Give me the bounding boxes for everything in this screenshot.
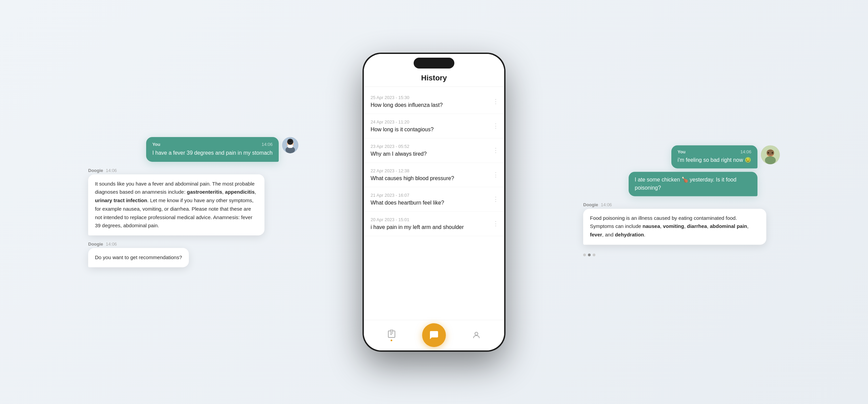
nav-dot	[391, 340, 392, 341]
left-bot-name-1: Doogie	[88, 168, 103, 173]
dot-1	[583, 253, 586, 256]
history-item-text: What causes high blood pressure?	[371, 175, 497, 181]
right-bot-time: 14:06	[601, 202, 612, 207]
svg-point-16	[772, 152, 773, 153]
history-item[interactable]: 24 Apr 2023 - 11:20 How long is it conta…	[364, 114, 504, 138]
svg-point-13	[765, 156, 776, 164]
right-bot-bubble-content: Food poisoning is an illness caused by e…	[583, 209, 766, 245]
history-item[interactable]: 22 Apr 2023 - 12:38 What causes high blo…	[364, 163, 504, 187]
right-user-row: You 14:06 i'm feeling so bad right now 🤢…	[583, 145, 780, 196]
right-user-text-1: i'm feeling so bad right now 🤢	[677, 156, 751, 164]
dots-icon[interactable]: ⋮	[493, 220, 499, 227]
dot-2	[588, 253, 591, 256]
left-bot-bubble-1: Doogie 14:06 It sounds like you have a f…	[88, 168, 298, 235]
left-user-time: 14:06	[261, 141, 273, 147]
left-bot-time-1: 14:06	[106, 168, 117, 173]
history-item[interactable]: 20 Apr 2023 - 15:01 i have pain in my le…	[364, 212, 504, 236]
history-item-text: What does heartburn feel like?	[371, 200, 497, 206]
bottom-nav	[364, 320, 504, 350]
right-bot-bubble: Doogie 14:06 Food poisoning is an illnes…	[583, 202, 780, 245]
scene: You 14:06 I have a fever 39 degrees and …	[61, 24, 807, 380]
nav-profile[interactable]	[472, 331, 481, 340]
right-user-messages: You 14:06 i'm feeling so bad right now 🤢…	[629, 145, 757, 196]
svg-point-15	[768, 152, 769, 153]
history-item[interactable]: 25 Apr 2023 - 15:30 How long does influe…	[364, 90, 504, 114]
history-item[interactable]: 23 Apr 2023 - 05:52 Why am I always tire…	[364, 138, 504, 163]
left-bot-name-2: Doogie	[88, 242, 103, 247]
svg-rect-6	[289, 140, 292, 141]
history-item-text: How long does influenza last?	[371, 102, 497, 108]
history-item-date: 22 Apr 2023 - 12:38	[371, 168, 497, 173]
left-user-bubble: You 14:06 I have a fever 39 degrees and …	[88, 137, 298, 161]
phone-inner: History 25 Apr 2023 - 15:30 How long doe…	[364, 54, 504, 350]
history-item-date: 20 Apr 2023 - 15:01	[371, 217, 497, 222]
dot-3	[593, 253, 595, 256]
history-item-date: 21 Apr 2023 - 16:07	[371, 193, 497, 198]
left-bot-bubble-content-2: Do you want to get recommendations?	[88, 248, 189, 267]
phone: History 25 Apr 2023 - 15:30 How long doe…	[363, 53, 505, 351]
left-user-avatar	[282, 137, 298, 153]
left-user-text: I have a fever 39 degrees and pain in my…	[152, 149, 273, 157]
history-item-date: 23 Apr 2023 - 05:52	[371, 144, 497, 149]
dots-icon[interactable]: ⋮	[493, 98, 499, 105]
left-chat-panel: You 14:06 I have a fever 39 degrees and …	[88, 137, 298, 267]
right-user-name-1: You	[677, 149, 686, 154]
right-user-bubble-1: You 14:06 i'm feeling so bad right now 🤢	[671, 145, 757, 168]
svg-rect-3	[288, 144, 293, 148]
pagination-dots	[583, 251, 780, 259]
left-user-name: You	[152, 141, 160, 147]
right-user-bubble-2: I ate some chicken 🍗 yesterday. Is it fo…	[629, 172, 757, 196]
left-bot-time-2: 14:06	[106, 242, 117, 247]
history-item-text: i have pain in my left arm and shoulder	[371, 224, 497, 230]
right-bot-text: Food poisoning is an illness caused by e…	[590, 214, 760, 239]
nav-clipboard[interactable]	[387, 329, 396, 341]
dots-icon[interactable]: ⋮	[493, 195, 499, 203]
right-user-time-1: 14:06	[740, 149, 751, 154]
dots-icon[interactable]: ⋮	[493, 171, 499, 178]
right-user-text-2: I ate some chicken 🍗 yesterday. Is it fo…	[635, 176, 751, 192]
nav-chat-button[interactable]	[422, 323, 446, 347]
right-bot-name: Doogie	[583, 202, 598, 207]
history-item[interactable]: 21 Apr 2023 - 16:07 What does heartburn …	[364, 187, 504, 212]
left-bot-text-1: It sounds like you have a fever and abdo…	[95, 179, 258, 230]
left-bot-bubble-2: Doogie 14:06 Do you want to get recommen…	[88, 242, 298, 267]
phone-title: History	[371, 74, 497, 82]
svg-rect-7	[390, 330, 393, 331]
history-item-date: 24 Apr 2023 - 11:20	[371, 119, 497, 124]
history-item-text: Why am I always tired?	[371, 151, 497, 157]
left-bot-text-2: Do you want to get recommendations?	[95, 253, 182, 262]
left-bot-bubble-content-1: It sounds like you have a fever and abdo…	[88, 174, 264, 235]
history-list[interactable]: 25 Apr 2023 - 15:30 How long does influe…	[364, 87, 504, 320]
dots-icon[interactable]: ⋮	[493, 122, 499, 130]
right-user-avatar	[761, 145, 780, 164]
dots-icon[interactable]: ⋮	[493, 147, 499, 154]
history-item-text: How long is it contagious?	[371, 127, 497, 133]
svg-point-10	[475, 332, 478, 335]
right-chat-panel: You 14:06 i'm feeling so bad right now 🤢…	[583, 145, 780, 259]
left-user-bubble-content: You 14:06 I have a fever 39 degrees and …	[146, 137, 279, 161]
history-item-date: 25 Apr 2023 - 15:30	[371, 95, 497, 100]
phone-notch	[414, 58, 454, 69]
